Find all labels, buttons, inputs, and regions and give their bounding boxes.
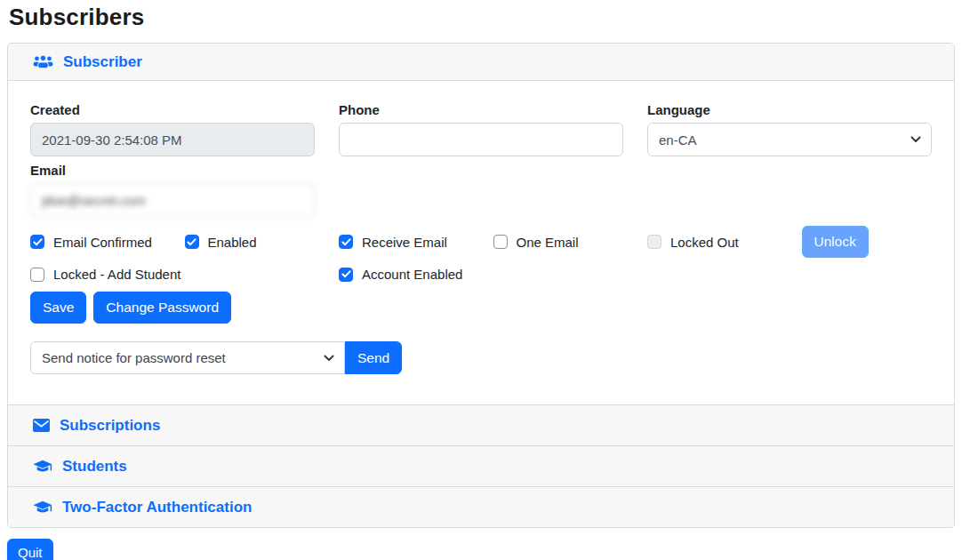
subscriber-section-title: Subscriber [63, 53, 142, 71]
created-input [30, 123, 315, 156]
quit-button[interactable]: Quit [7, 539, 53, 560]
users-icon [33, 54, 53, 69]
account-enabled-checkbox[interactable] [339, 268, 353, 282]
section-two-factor-authentication[interactable]: Two-Factor Authentication [8, 486, 954, 527]
subscriber-section-header[interactable]: Subscriber [8, 44, 954, 81]
notice-input-group: Send notice for password reset Send [30, 341, 393, 374]
checkbox-label: Enabled [208, 235, 257, 250]
created-field-group: Created [30, 102, 315, 156]
checkbox-label: One Email [517, 235, 579, 250]
checkbox-account-enabled: Account Enabled [339, 267, 469, 282]
checkbox-enabled: Enabled [185, 235, 316, 250]
graduation-cap-icon [33, 500, 52, 515]
enabled-checkbox[interactable] [185, 235, 199, 249]
email-label: Email [30, 163, 316, 178]
checkbox-label: Locked - Add Student [53, 267, 180, 282]
unlock-button[interactable]: Unlock [802, 226, 869, 258]
checkbox-label: Receive Email [362, 235, 447, 250]
checkbox-receive-email: Receive Email [339, 235, 469, 250]
notice-select[interactable]: Send notice for password reset [30, 341, 345, 374]
envelope-icon [33, 419, 50, 432]
language-select[interactable]: en-CA [647, 123, 932, 156]
email-field-group: Email [30, 163, 316, 217]
section-title: Subscriptions [60, 417, 160, 435]
checkbox-locked-out: Locked Out [647, 235, 778, 250]
section-title: Students [62, 458, 127, 476]
language-field-group: Language en-CA [647, 102, 932, 156]
email-input[interactable] [30, 183, 316, 217]
checkbox-email-confirmed: Email Confirmed [30, 235, 161, 250]
phone-field-group: Phone [339, 102, 623, 156]
graduation-cap-icon [33, 460, 52, 474]
checkbox-label: Locked Out [670, 235, 739, 250]
locked-add-student-checkbox[interactable] [30, 268, 44, 282]
email-confirmed-checkbox[interactable] [30, 235, 44, 249]
send-button[interactable]: Send [345, 341, 402, 374]
phone-label: Phone [339, 102, 623, 117]
subscribers-page: Subscribers Subscriber Created [0, 0, 962, 560]
receive-email-checkbox[interactable] [339, 235, 353, 249]
phone-input[interactable] [339, 123, 623, 156]
created-label: Created [30, 102, 315, 117]
save-button[interactable]: Save [30, 292, 86, 324]
subscriber-form: Created Phone Language en-CA [8, 81, 954, 404]
subscriber-card: Subscriber Created Phone Language en-CA [7, 43, 955, 528]
one-email-checkbox[interactable] [493, 235, 508, 249]
section-title: Two-Factor Authentication [62, 499, 252, 516]
checkbox-label: Email Confirmed [53, 235, 152, 250]
section-students[interactable]: Students [8, 445, 954, 486]
language-label: Language [647, 102, 932, 117]
checkbox-locked-add-student: Locked - Add Student [30, 267, 315, 282]
change-password-button[interactable]: Change Password [93, 292, 231, 324]
checkbox-one-email: One Email [493, 235, 624, 250]
section-subscriptions[interactable]: Subscriptions [8, 404, 954, 445]
page-title: Subscribers [9, 4, 955, 31]
locked-out-checkbox [647, 235, 661, 249]
checkbox-label: Account Enabled [362, 267, 462, 282]
